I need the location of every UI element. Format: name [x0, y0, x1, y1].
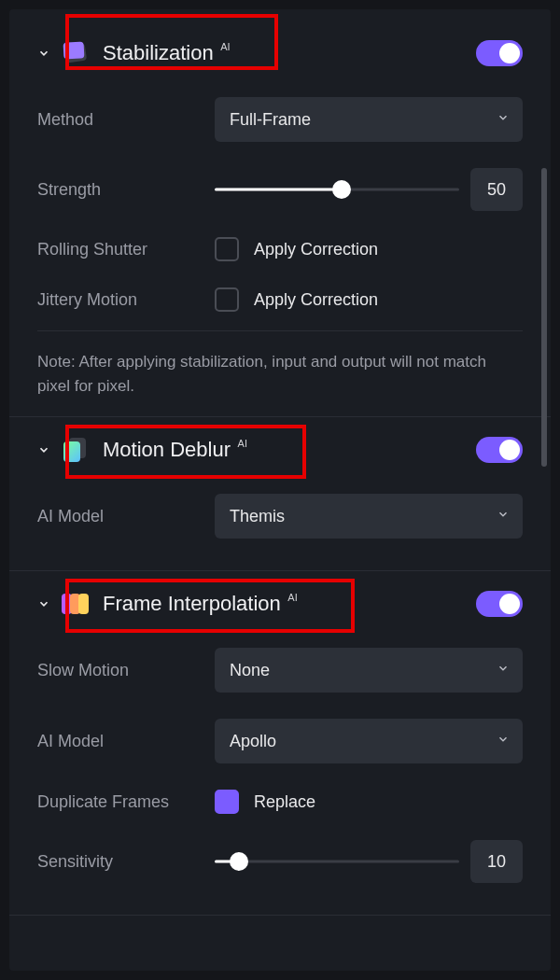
motion-deblur-icon	[62, 436, 90, 464]
row-ai-model-deblur: AI Model Themis	[37, 481, 523, 552]
slider-sensitivity[interactable]	[215, 850, 459, 873]
section-stabilization: Stabilization AI Method Full-Frame Stren…	[9, 21, 551, 417]
section-motion-deblur: Motion Deblur AI AI Model Themis	[9, 417, 551, 571]
section-title-text: Stabilization	[103, 41, 214, 64]
slider-strength[interactable]	[215, 178, 459, 201]
select-method[interactable]: Full-Frame	[215, 97, 523, 142]
section-title: Frame Interpolation AI	[103, 592, 281, 616]
ai-badge: AI	[220, 41, 230, 52]
stabilization-icon	[62, 39, 90, 67]
checkbox-rolling-shutter[interactable]	[215, 237, 239, 261]
section-header-frame-interpolation[interactable]: Frame Interpolation AI	[37, 581, 523, 635]
chevron-down-icon	[497, 508, 510, 525]
chevron-down-icon[interactable]	[37, 47, 50, 60]
toggle-motion-deblur[interactable]	[476, 437, 523, 463]
select-value: Themis	[230, 507, 285, 526]
section-title-text: Motion Deblur	[103, 438, 231, 461]
value-strength[interactable]: 50	[470, 168, 523, 211]
row-rolling-shutter: Rolling Shutter Apply Correction	[37, 224, 523, 274]
row-ai-model-interp: AI Model Apollo	[37, 706, 523, 777]
section-header-stabilization[interactable]: Stabilization AI	[37, 30, 523, 84]
label-rolling-shutter: Rolling Shutter	[37, 240, 215, 259]
label-strength: Strength	[37, 180, 215, 200]
label-ai-model: AI Model	[37, 507, 215, 526]
label-method: Method	[37, 110, 215, 130]
select-value: None	[230, 661, 270, 680]
chevron-down-icon[interactable]	[37, 443, 50, 456]
select-ai-model-interp[interactable]: Apollo	[215, 719, 523, 763]
toggle-stabilization[interactable]	[476, 40, 523, 66]
ai-badge: AI	[287, 592, 297, 603]
select-ai-model-deblur[interactable]: Themis	[215, 494, 523, 539]
checkbox-label: Replace	[254, 792, 315, 812]
label-duplicate-frames: Duplicate Frames	[37, 792, 215, 812]
scrollbar[interactable]	[541, 168, 547, 467]
section-title-text: Frame Interpolation	[103, 592, 281, 615]
chevron-down-icon	[497, 733, 510, 749]
label-ai-model: AI Model	[37, 732, 215, 751]
row-slow-motion: Slow Motion None	[37, 635, 523, 706]
settings-panel: Stabilization AI Method Full-Frame Stren…	[9, 9, 551, 971]
row-strength: Strength 50	[37, 155, 523, 224]
row-method: Method Full-Frame	[37, 84, 523, 155]
frame-interpolation-icon	[62, 590, 90, 618]
chevron-down-icon	[497, 662, 510, 679]
section-title: Stabilization AI	[103, 41, 214, 65]
row-jittery-motion: Jittery Motion Apply Correction	[37, 274, 523, 325]
label-slow-motion: Slow Motion	[37, 661, 215, 680]
value-sensitivity[interactable]: 10	[470, 840, 523, 883]
section-title: Motion Deblur AI	[103, 438, 231, 462]
chevron-down-icon[interactable]	[37, 597, 50, 610]
section-header-motion-deblur[interactable]: Motion Deblur AI	[37, 427, 523, 481]
divider	[37, 330, 523, 331]
label-sensitivity: Sensitivity	[37, 852, 215, 872]
label-jittery-motion: Jittery Motion	[37, 290, 215, 310]
ai-badge: AI	[238, 438, 247, 449]
toggle-frame-interpolation[interactable]	[476, 591, 523, 617]
row-duplicate-frames: Duplicate Frames Replace	[37, 777, 523, 827]
select-value: Apollo	[230, 732, 276, 751]
checkbox-label: Apply Correction	[254, 240, 378, 259]
chevron-down-icon	[497, 111, 510, 128]
section-frame-interpolation: Frame Interpolation AI Slow Motion None …	[9, 571, 551, 916]
checkbox-label: Apply Correction	[254, 290, 378, 310]
checkbox-jittery-motion[interactable]	[215, 287, 239, 312]
checkbox-duplicate-frames[interactable]	[215, 790, 239, 814]
select-slow-motion[interactable]: None	[215, 648, 523, 693]
select-value: Full-Frame	[230, 110, 311, 130]
row-sensitivity: Sensitivity 10	[37, 827, 523, 896]
note-stabilization: Note: After applying stabilization, inpu…	[37, 344, 523, 398]
